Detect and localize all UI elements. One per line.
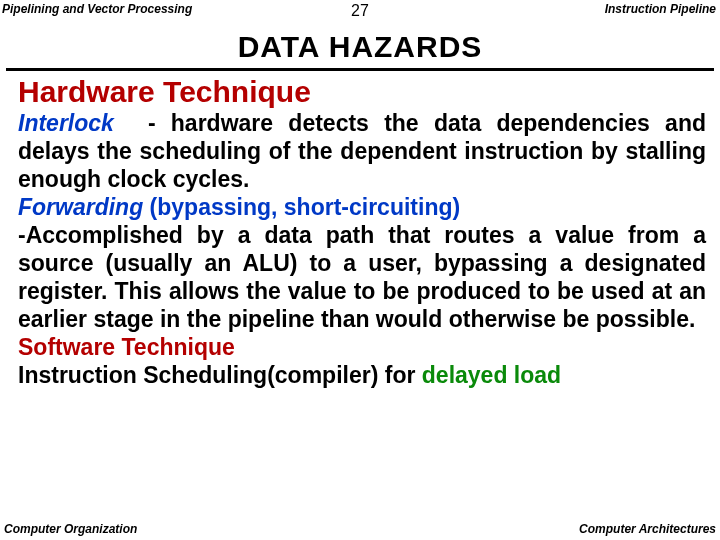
- keyword-interlock: Interlock: [18, 110, 114, 136]
- section-heading-hardware: Hardware Technique: [18, 75, 720, 109]
- slide-title: DATA HAZARDS: [0, 30, 720, 64]
- footer: Computer Organization Computer Architect…: [4, 522, 716, 536]
- header-right: Instruction Pipeline: [605, 2, 716, 16]
- page-number: 27: [351, 2, 369, 20]
- header-row: Pipelining and Vector Processing 27 Inst…: [0, 0, 720, 16]
- keyword-delayed-load: delayed load: [422, 362, 561, 388]
- footer-left: Computer Organization: [4, 522, 137, 536]
- p1-line1: hardware detects the data: [171, 110, 481, 136]
- footer-right: Computer Architectures: [579, 522, 716, 536]
- slide: Pipelining and Vector Processing 27 Inst…: [0, 0, 720, 540]
- title-rule: [6, 68, 714, 71]
- keyword-forwarding: Forwarding: [18, 194, 143, 220]
- p2-body: -Accomplished by a data path that routes…: [18, 222, 706, 332]
- header-left: Pipelining and Vector Processing: [2, 2, 192, 16]
- body-text: Interlock- hardware detects the data dep…: [0, 109, 720, 389]
- forwarding-paren: (bypassing, short-circuiting): [143, 194, 460, 220]
- dash: -: [148, 110, 156, 136]
- section-heading-software: Software Technique: [18, 334, 235, 360]
- p3-lead: Instruction Scheduling(compiler) for: [18, 362, 422, 388]
